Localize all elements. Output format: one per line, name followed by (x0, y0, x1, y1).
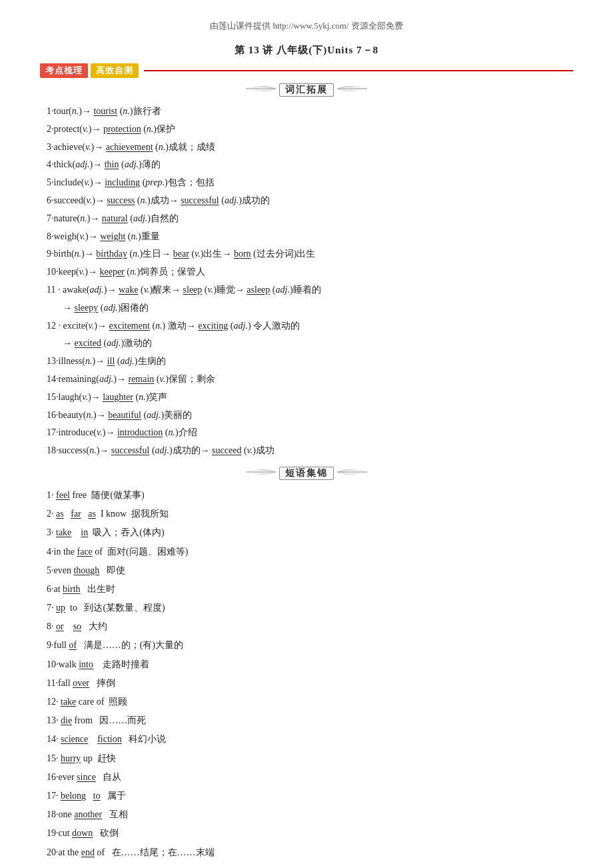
list-item: 6·at birth 出生时 (47, 581, 573, 597)
list-item: 4·thick(adj.)→ thin (adj.)薄的 (47, 157, 573, 173)
list-item: 14·remaining(adj.)→ remain (v.)保留；剩余 (47, 371, 573, 387)
top-bar: 由莲山课件提供 http://www.5ykj.com/ 资源全部免费 (40, 20, 573, 32)
list-item: 12· take care of 照顾 (47, 693, 573, 710)
subsection2-header: 短语集锦 (40, 465, 573, 481)
subsection2-title: 短语集锦 (279, 467, 334, 480)
gaoxiao-badge: 高效自测 (91, 63, 139, 78)
top-bar-text: 由莲山课件提供 http://www.5ykj.com/ 资源全部免费 (210, 21, 403, 31)
section-line (144, 70, 573, 71)
list-item: 20·at the end of 在……结尾；在……末端 (47, 844, 573, 861)
list-item: 13·illness(n.)→ ill (adj.)生病的 (47, 353, 573, 369)
list-item: 17·introduce(v.)→ introduction (n.)介绍 (47, 425, 573, 441)
list-item: 15·laugh(v.)→ laughter (n.)笑声 (47, 389, 573, 405)
list-item: 10·keep(v.)→ keeper (n.)饲养员；保管人 (47, 264, 573, 280)
list-item: 16·ever since 自从 (47, 769, 573, 785)
right-wing2-icon (334, 465, 374, 481)
list-item: 7· up to 到达(某数量、程度) (47, 599, 573, 616)
list-item: 7·nature(n.)→ natural (adj.)自然的 (47, 211, 573, 227)
list-item: 1· feel free 随便(做某事) (47, 487, 573, 503)
kaodian-badge: 考点梳理 (40, 63, 88, 78)
section-header: 考点梳理 高效自测 (40, 63, 573, 78)
vocab-list: 1·tour(n.)→ tourist (n.)旅行者 2·protect(v.… (47, 103, 573, 459)
subsection1-header: 词汇拓展 (40, 82, 573, 98)
list-item: 9·full of 满是……的；(有)大量的 (47, 637, 573, 653)
list-item: 13· die from 因……而死 (47, 712, 573, 729)
list-item: 11·fall over 摔倒 (47, 675, 573, 691)
subsection1-title: 词汇拓展 (279, 83, 334, 97)
list-item: 2· as far as I know 据我所知 (47, 505, 573, 522)
list-item: 5·even though 即使 (47, 562, 573, 579)
phrase-list: 1· feel free 随便(做某事) 2· as far as I know… (47, 487, 573, 861)
list-item: 18·one another 互相 (47, 806, 573, 823)
list-item: 4·in the face of 面对(问题、困难等) (47, 543, 573, 560)
list-item: 9·birth(n.)→ birthday (n.)生日→ bear (v.)出… (47, 246, 573, 262)
list-item: 18·success(n.)→ successful (adj.)成功的→ su… (47, 443, 573, 459)
list-item: 8· or so 大约 (47, 618, 573, 635)
main-title: 第 13 讲 八年级(下)Units 7－8 (40, 44, 573, 57)
list-item: 1·tour(n.)→ tourist (n.)旅行者 (47, 103, 573, 119)
left-wing-icon (239, 82, 279, 98)
list-item: 2·protect(v.)→ protection (n.)保护 (47, 121, 573, 137)
list-item: 15· hurry up 赶快 (47, 750, 573, 767)
list-item: → sleepy (adj.)困倦的 (63, 300, 573, 316)
list-item: 5·include(v.)→ including (prep.)包含；包括 (47, 175, 573, 191)
list-item: 3·achieve(v.)→ achievement (n.)成就；成绩 (47, 139, 573, 155)
left-wing2-icon (239, 465, 279, 481)
list-item: 12 · excite(v.)→ excitement (n.) 激动→ exc… (47, 318, 573, 334)
list-item: 16·beauty(n.)→ beautiful (adj.)美丽的 (47, 407, 573, 423)
list-item: 11 · awake(adj.)→ wake (v.)醒来→ sleep (v.… (47, 282, 573, 298)
list-item: 14· science fiction 科幻小说 (47, 731, 573, 747)
list-item: 6·succeed(v.)→ success (n.)成功→ successfu… (47, 193, 573, 209)
list-item: 10·walk into 走路时撞着 (47, 656, 573, 673)
list-item: 19·cut down 砍倒 (47, 825, 573, 841)
page: 由莲山课件提供 http://www.5ykj.com/ 资源全部免费 第 13… (0, 0, 613, 868)
main-title-text: 第 13 讲 八年级(下)Units 7－8 (235, 45, 378, 55)
right-wing-icon (334, 82, 374, 98)
list-item: → excited (adj.)激动的 (63, 335, 573, 351)
list-item: 8·weigh(v.)→ weight (n.)重量 (47, 229, 573, 245)
list-item: 3· take in 吸入；吞入(体内) (47, 524, 573, 541)
list-item: 17· belong to 属于 (47, 787, 573, 804)
